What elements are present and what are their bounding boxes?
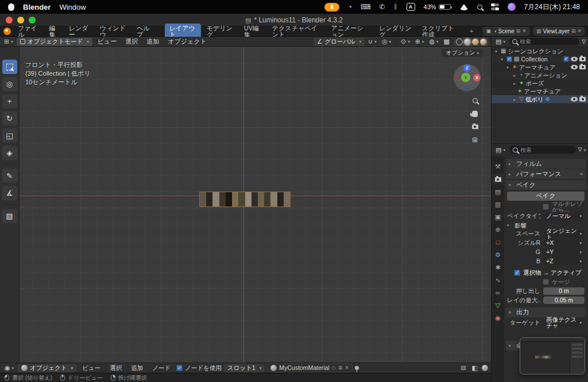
mic-status-icon[interactable]: [324, 3, 339, 11]
outliner-row-lowpoly[interactable]: ▸ ▽ 低ポリ ⚙: [492, 95, 588, 103]
properties-tab-tool[interactable]: ⚒: [492, 161, 504, 172]
ortho-grid-icon[interactable]: ⊞: [470, 136, 479, 144]
proportional-edit-toggle[interactable]: ◎▾: [380, 38, 393, 45]
xray-toggle[interactable]: ▩: [442, 38, 451, 45]
fullscreen-window-button[interactable]: [29, 17, 36, 24]
swizzle-b-dropdown[interactable]: +Z▾: [543, 258, 585, 265]
zoom-icon[interactable]: [470, 96, 479, 104]
remove-viewlayer-button[interactable]: ✕: [577, 29, 582, 34]
minimize-window-button[interactable]: [17, 17, 24, 24]
gizmo-x-negative[interactable]: [454, 75, 459, 80]
properties-search[interactable]: [509, 146, 576, 154]
navigation-gizmo[interactable]: Z X Y: [454, 64, 481, 91]
app-menu-window[interactable]: Window: [59, 3, 86, 11]
exclude-checkbox[interactable]: [563, 56, 569, 62]
properties-tab-viewlayer[interactable]: ▥: [492, 199, 504, 210]
menu-select[interactable]: 選択: [122, 38, 141, 45]
properties-filter-icon[interactable]: ∇▾: [578, 147, 586, 153]
editor-type-button[interactable]: ⊞▾: [2, 38, 15, 45]
spotlight-icon[interactable]: [477, 5, 482, 10]
call-icon[interactable]: ✆: [379, 3, 385, 10]
shader-editor-type-button[interactable]: ◉▾: [3, 365, 16, 371]
tool-scale[interactable]: ◱: [2, 128, 17, 143]
status-circle-icon[interactable]: ◔: [348, 3, 352, 10]
properties-tab-particles[interactable]: ✱: [492, 262, 504, 273]
hide-eye-icon[interactable]: [571, 65, 578, 69]
input-source-icon[interactable]: A: [407, 3, 415, 11]
wifi-icon[interactable]: [459, 4, 469, 10]
gizmo-z-negative[interactable]: [465, 85, 470, 91]
properties-tab-object[interactable]: □: [492, 237, 504, 248]
snap-toggle[interactable]: ∪▾: [366, 38, 378, 45]
outliner-row-collection[interactable]: ▾ ▧ Collection: [492, 55, 588, 63]
overlays-dropdown[interactable]: ◍▾: [427, 38, 440, 45]
gizmo-z-axis[interactable]: Z: [463, 64, 471, 72]
unlink-material-button[interactable]: ✕: [345, 365, 349, 371]
expand-arrow-icon[interactable]: ▾: [505, 65, 510, 69]
properties-search-input[interactable]: [520, 147, 566, 153]
expand-arrow-icon[interactable]: ▾: [493, 49, 499, 53]
disable-render-icon[interactable]: [579, 65, 586, 69]
blender-logo-icon[interactable]: [3, 28, 11, 35]
gizmos-dropdown[interactable]: ⊕▾: [413, 38, 426, 45]
menu-add[interactable]: 追加: [143, 38, 163, 45]
expand-arrow-icon[interactable]: ▸: [512, 73, 517, 77]
add-workspace-button[interactable]: +: [465, 26, 478, 36]
shading-material-button[interactable]: [472, 38, 479, 45]
menubar-clock[interactable]: 7月24日(木) 21:48: [524, 3, 580, 10]
scene-selector[interactable]: ▣▾ Scene ⊞ ✕: [483, 27, 529, 36]
battery-indicator[interactable]: 43%: [424, 4, 451, 10]
tool-cursor[interactable]: ◎: [2, 77, 17, 91]
tool-transform[interactable]: ◈: [2, 146, 17, 160]
mode-selector[interactable]: オブジェクトモード▾: [17, 38, 92, 46]
bake-button[interactable]: ベイク: [507, 192, 585, 201]
expand-arrow-icon[interactable]: ▸: [512, 98, 517, 102]
menu-view[interactable]: ビュー: [94, 38, 121, 45]
unlink-scene-button[interactable]: ✕: [522, 29, 527, 34]
properties-type-button[interactable]: ▤▾: [494, 147, 507, 153]
viewlayer-selector[interactable]: ▥ ViewLayer ⊞ ✕: [533, 27, 585, 36]
tool-options-dropdown[interactable]: オプション▾: [442, 49, 483, 57]
shader-menu-node[interactable]: ノード: [149, 365, 174, 371]
properties-tab-material[interactable]: ◉: [492, 313, 504, 323]
bake-type-dropdown[interactable]: ノーマル▾: [543, 212, 585, 220]
pan-hand-icon[interactable]: [470, 110, 479, 118]
outliner-row-pose[interactable]: ▸ ✦ ポーズ: [492, 79, 588, 87]
gizmo-x-axis[interactable]: X: [473, 74, 481, 81]
material-datablock[interactable]: MyCustomMaterial ◇ ⊞ ✕: [267, 364, 353, 372]
disable-render-icon[interactable]: [579, 57, 586, 61]
properties-tab-scene[interactable]: ▣: [492, 212, 504, 223]
panel-performance[interactable]: ▸パフォーマンス≡: [506, 169, 586, 179]
panel-bake[interactable]: ▾ベイク: [506, 180, 586, 190]
tool-move[interactable]: +: [2, 94, 17, 108]
outliner-row-scene-collection[interactable]: ▾ ▦ シーンコレクション: [492, 47, 588, 55]
camera-view-icon[interactable]: [470, 123, 479, 131]
snap-node-icon[interactable]: ⊟: [459, 365, 467, 371]
baked-texture-strip[interactable]: [200, 192, 290, 206]
new-viewlayer-button[interactable]: ⊞: [571, 29, 576, 34]
outliner-row-animation[interactable]: ▸ ◔ アニメーション: [492, 71, 588, 79]
shader-menu-select[interactable]: 選択: [106, 365, 125, 371]
max-ray-value-slider[interactable]: 0.05 m: [543, 297, 585, 304]
gizmo-y-axis[interactable]: Y: [461, 73, 470, 82]
properties-tab-data[interactable]: ▽: [492, 300, 504, 311]
outliner-search-input[interactable]: [520, 38, 560, 45]
tool-add-cube[interactable]: ▧: [2, 209, 17, 223]
outliner-search[interactable]: [509, 38, 579, 45]
close-window-button[interactable]: [6, 17, 13, 24]
copy-material-button[interactable]: ⊞: [338, 365, 343, 371]
disable-render-icon[interactable]: [579, 97, 586, 102]
keyboard-icon[interactable]: ⌨: [361, 3, 370, 10]
fake-user-button[interactable]: ◇: [332, 365, 336, 371]
hide-eye-icon[interactable]: [571, 97, 578, 102]
outliner-row-armature[interactable]: ▾ ✶ アーマチュア: [492, 63, 588, 71]
shading-rendered-button[interactable]: [480, 38, 487, 45]
properties-tab-constraints[interactable]: ∞: [492, 287, 504, 298]
swizzle-g-dropdown[interactable]: +Y▾: [543, 248, 585, 256]
menu-object[interactable]: オブジェクト: [164, 38, 210, 45]
properties-tab-output[interactable]: ▤: [492, 186, 504, 197]
viewport-3d[interactable]: フロント・平行投影 (39) Collection | 低ポリ 10センチメート…: [0, 47, 491, 362]
material-preview-icon[interactable]: [482, 365, 488, 371]
space-dropdown[interactable]: タンジェント▾: [543, 230, 585, 237]
preset-icon[interactable]: ≡: [580, 171, 583, 177]
